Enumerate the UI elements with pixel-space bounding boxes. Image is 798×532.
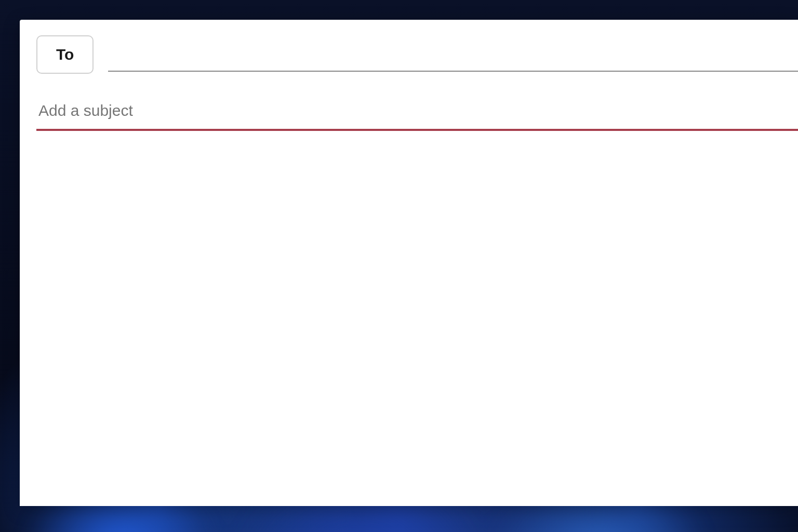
subject-input[interactable] <box>36 95 798 131</box>
email-body-input[interactable] <box>36 143 781 494</box>
to-button[interactable]: To <box>36 35 94 74</box>
email-body-area <box>20 131 798 506</box>
to-recipients-input[interactable] <box>108 37 798 72</box>
subject-field-row <box>20 74 798 131</box>
compose-email-window: To <box>20 20 798 506</box>
to-field-row: To <box>20 20 798 74</box>
